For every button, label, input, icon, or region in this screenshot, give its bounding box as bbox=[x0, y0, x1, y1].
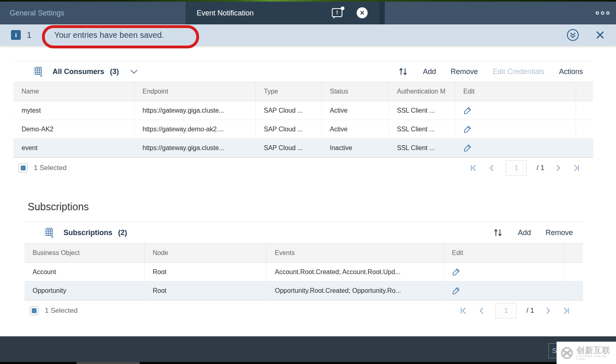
cell-name: event bbox=[13, 139, 134, 157]
table-row[interactable]: Account Root Account.Root.Created; Accou… bbox=[24, 263, 583, 281]
cell-edit bbox=[455, 120, 576, 138]
previous-page-icon[interactable] bbox=[478, 307, 486, 315]
cell-auth: SSL Client ... bbox=[389, 120, 455, 138]
column-header-empty bbox=[576, 82, 593, 101]
next-page-icon[interactable] bbox=[544, 307, 552, 315]
page-number-input[interactable] bbox=[495, 303, 517, 318]
notification-badge-dot bbox=[341, 7, 344, 10]
first-page-icon[interactable] bbox=[460, 307, 468, 315]
page-content: All Consumers (3) Add Remove Edit Creden… bbox=[0, 46, 616, 336]
info-icon: i bbox=[11, 30, 21, 40]
subscriptions-table-card: Subscriptions (2) Add Remove Business Ob… bbox=[24, 222, 583, 320]
close-message-bar-icon[interactable] bbox=[595, 30, 605, 40]
tab-general-settings-label: General Settings bbox=[10, 9, 64, 17]
previous-page-icon[interactable] bbox=[488, 164, 496, 172]
edit-pencil-icon[interactable] bbox=[452, 287, 460, 295]
edit-pencil-icon[interactable] bbox=[463, 125, 471, 133]
column-header-endpoint: Endpoint bbox=[134, 82, 256, 101]
consumers-pager: / 1 bbox=[470, 160, 593, 176]
watermark-en-text: CHUANG XIN HU LIAN bbox=[577, 355, 616, 360]
cell-type: SAP Cloud ... bbox=[256, 101, 322, 120]
cell-auth: SSL Client ... bbox=[389, 139, 455, 157]
cell-edit bbox=[455, 101, 576, 120]
consumers-variant-selector[interactable]: All Consumers (3) bbox=[32, 66, 138, 77]
cell-empty bbox=[564, 263, 583, 281]
edit-pencil-icon[interactable] bbox=[463, 144, 471, 152]
edit-pencil-icon[interactable] bbox=[452, 268, 460, 276]
column-header-authentication: Authentication M bbox=[389, 82, 455, 101]
table-row[interactable]: Demo-AK2 https://gateway.demo-ak2.... SA… bbox=[13, 120, 593, 139]
notification-bubble-icon[interactable]: ! bbox=[332, 8, 342, 17]
page-total-label: / 1 bbox=[537, 164, 544, 172]
consumers-toolbar: All Consumers (3) Add Remove Edit Creden… bbox=[13, 61, 593, 82]
chevron-down-icon bbox=[129, 69, 138, 74]
tab-bar: General Settings Event Notification ! ✕ bbox=[0, 2, 616, 24]
cell-business-object: Opportunity bbox=[24, 281, 145, 300]
cell-edit bbox=[455, 139, 576, 157]
message-bar: i 1 Your entries have been saved. bbox=[0, 24, 616, 46]
cell-empty bbox=[576, 120, 593, 138]
cell-endpoint: https://gateway.demo-ak2.... bbox=[134, 120, 256, 138]
cell-business-object: Account bbox=[24, 263, 145, 281]
cell-endpoint: https://gateway.giga.cluste... bbox=[134, 139, 256, 157]
tab-separator bbox=[379, 2, 385, 24]
remove-consumer-button[interactable]: Remove bbox=[451, 68, 478, 76]
cell-events: Opportunity.Root.Created; Opportunity.Ro… bbox=[267, 281, 444, 300]
subscriptions-section-heading: Subscriptions bbox=[28, 201, 89, 213]
page-total-label: / 1 bbox=[526, 307, 534, 315]
column-header-type: Type bbox=[256, 82, 322, 101]
cell-edit bbox=[444, 281, 564, 300]
cell-edit bbox=[444, 263, 564, 281]
cell-name: Demo-AK2 bbox=[13, 120, 134, 138]
last-page-icon[interactable] bbox=[572, 164, 580, 172]
column-header-name: Name bbox=[13, 82, 134, 101]
tab-close-icon[interactable]: ✕ bbox=[357, 7, 368, 18]
cell-node: Root bbox=[145, 281, 267, 300]
consumers-table-footer: 1 Selected / 1 bbox=[13, 157, 593, 178]
subscriptions-pager: / 1 bbox=[460, 303, 583, 318]
page-number-input[interactable] bbox=[506, 160, 527, 176]
tab-bar-empty-area bbox=[385, 2, 616, 24]
watermark-logo-icon bbox=[560, 346, 574, 360]
cell-status: Active bbox=[322, 120, 389, 138]
sort-icon[interactable] bbox=[493, 227, 503, 238]
remove-subscription-button[interactable]: Remove bbox=[546, 229, 573, 237]
first-page-icon[interactable] bbox=[470, 164, 478, 172]
last-page-icon[interactable] bbox=[562, 307, 570, 315]
screen: General Settings Event Notification ! ✕ … bbox=[0, 0, 616, 364]
table-grid-icon bbox=[32, 66, 44, 77]
table-row[interactable]: mytest https://gateway.giga.cluste... SA… bbox=[13, 101, 593, 120]
expand-messages-icon[interactable] bbox=[566, 28, 579, 41]
add-consumer-button[interactable]: Add bbox=[423, 68, 436, 76]
add-subscription-button[interactable]: Add bbox=[518, 229, 531, 237]
overflow-menu-icon[interactable] bbox=[596, 11, 609, 15]
select-all-checkbox[interactable] bbox=[19, 163, 28, 172]
subscriptions-table-footer: 1 Selected / 1 bbox=[24, 300, 583, 320]
sort-icon[interactable] bbox=[398, 66, 408, 77]
actions-button[interactable]: Actions bbox=[559, 68, 583, 76]
cell-events: Account.Root.Created; Account.Root.Upd..… bbox=[267, 263, 444, 281]
consumers-table-card: All Consumers (3) Add Remove Edit Creden… bbox=[13, 61, 593, 178]
cell-auth: SSL Client ... bbox=[389, 101, 455, 120]
tab-event-notification[interactable]: Event Notification ! ✕ bbox=[187, 2, 379, 24]
message-text: Your entries have been saved. bbox=[54, 31, 164, 40]
next-page-icon[interactable] bbox=[554, 164, 562, 172]
cell-empty bbox=[576, 101, 593, 120]
edit-pencil-icon[interactable] bbox=[463, 107, 471, 115]
table-row-selected[interactable]: event https://gateway.giga.cluste... SAP… bbox=[13, 139, 593, 157]
column-header-node: Node bbox=[145, 244, 267, 262]
edit-credentials-button[interactable]: Edit Credentials bbox=[493, 68, 544, 76]
column-header-status: Status bbox=[322, 82, 389, 101]
tab-general-settings[interactable]: General Settings bbox=[0, 2, 187, 24]
watermark-cn-text: 创新互联 bbox=[577, 346, 616, 355]
select-all-checkbox[interactable] bbox=[30, 306, 39, 315]
cell-status: Inactive bbox=[322, 139, 389, 157]
table-row-selected[interactable]: Opportunity Root Opportunity.Root.Create… bbox=[24, 281, 583, 300]
subscriptions-variant-selector[interactable]: Subscriptions (2) bbox=[43, 227, 127, 238]
column-header-edit: Edit bbox=[444, 244, 564, 262]
cell-type: SAP Cloud ... bbox=[256, 120, 322, 138]
cell-type: SAP Cloud ... bbox=[256, 139, 322, 157]
cell-name: mytest bbox=[13, 101, 134, 120]
selected-count-label: 1 Selected bbox=[45, 307, 77, 315]
consumers-count: (3) bbox=[110, 68, 119, 76]
